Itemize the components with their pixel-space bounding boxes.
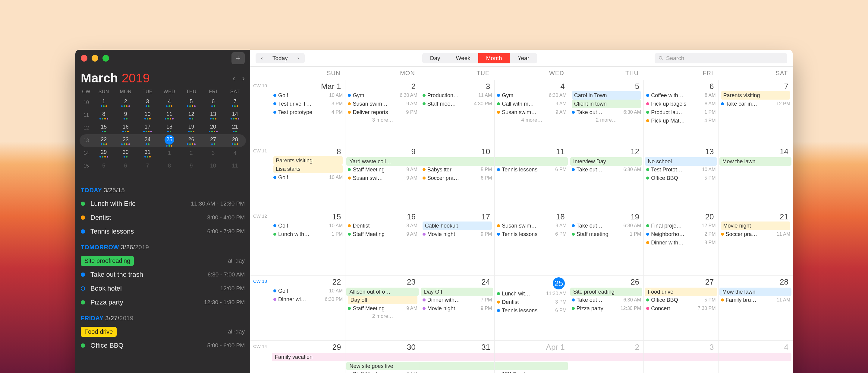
event[interactable]: Pick up bagels8 AM [646, 99, 715, 108]
allday-event[interactable]: Client in town [572, 99, 641, 108]
allday-event[interactable]: Lisa starts [273, 165, 343, 173]
agenda-item[interactable]: Pizza party12:30 - 1:30 PM [81, 295, 245, 309]
event[interactable]: Movie night9 PM [423, 304, 492, 313]
allday-event[interactable]: Parents visiting [273, 156, 343, 165]
event[interactable]: Take out…6:30 AM [572, 222, 641, 230]
mini-day[interactable]: 13 [202, 111, 224, 119]
agenda-item[interactable]: Book hotel12:00 PM [81, 282, 245, 295]
mini-day[interactable]: 4 [224, 150, 246, 157]
day-cell[interactable]: 31 [420, 341, 494, 373]
event[interactable]: Golf10 AM [273, 222, 343, 230]
view-segmented-control[interactable]: DayWeekMonthYear [422, 53, 537, 63]
day-cell[interactable]: 12Take out…6:30 AM [569, 145, 644, 210]
mini-day[interactable]: 25 [158, 135, 181, 147]
mini-day[interactable]: 3 [136, 98, 158, 107]
agenda-item[interactable]: Dentist3:00 - 4:00 PM [81, 211, 245, 225]
event[interactable]: Babysitter5 PM [423, 165, 492, 174]
view-day[interactable]: Day [422, 53, 448, 63]
day-cell[interactable]: 19Take out…6:30 AMStaff meeting1 PM [569, 210, 644, 275]
event[interactable]: Test prototype4 PM [273, 108, 343, 116]
event[interactable]: Movie night9 PM [423, 230, 492, 238]
event[interactable]: Concert7:30 PM [646, 304, 715, 313]
mini-day[interactable]: 9 [115, 111, 137, 119]
day-cell[interactable]: 22Golf10 AMDinner wi…6:30 PM [271, 276, 345, 340]
event[interactable]: Take out…6:30 AM [572, 296, 641, 304]
day-cell[interactable]: 4 [718, 341, 793, 373]
mini-day[interactable]: 20 [202, 124, 224, 132]
mini-day[interactable]: 16 [115, 124, 137, 132]
mini-day[interactable]: 15 [93, 124, 115, 132]
event[interactable]: Pizza party12:30 PM [572, 304, 641, 313]
day-cell[interactable]: 10Babysitter5 PMSoccer pra…6 PM [420, 145, 494, 210]
search-input[interactable]: Search [655, 53, 787, 63]
view-week[interactable]: Week [448, 53, 478, 63]
mini-day[interactable]: 5 [93, 163, 115, 170]
day-cell[interactable]: Apr 110K Fund… [494, 341, 569, 373]
minimize-window-button[interactable] [92, 55, 98, 62]
prev-month-button[interactable]: ‹ [232, 73, 235, 83]
event[interactable]: Pick up Mat…4 PM [646, 116, 715, 125]
next-month-button[interactable]: › [242, 73, 245, 83]
day-cell[interactable]: 5Carol in TownClient in townTake out…6:3… [569, 80, 644, 145]
mini-day[interactable]: 6 [202, 98, 224, 107]
event[interactable]: Staff meeting1 PM [572, 230, 641, 238]
mini-calendar[interactable]: CWSUNMONTUEWEDTHUFRISAT10123456711891011… [75, 87, 250, 176]
mini-day[interactable]: 29 [93, 149, 115, 157]
mini-day[interactable]: 8 [158, 163, 181, 170]
mini-day[interactable]: 4 [158, 98, 181, 107]
day-cell[interactable]: 3Production…11 AMStaff mee…4:30 PM [420, 80, 494, 145]
mini-day[interactable]: 27 [202, 136, 224, 145]
agenda-item[interactable]: Food driveall-day [81, 325, 245, 339]
agenda-item[interactable]: Tennis lessons6:00 - 7:30 PM [81, 225, 245, 238]
day-cell[interactable]: 23Day offStaff Meeting9 AM2 more… [345, 276, 420, 340]
day-cell[interactable]: 24Dinner with…7 PMMovie night9 PM [420, 276, 494, 340]
mini-day[interactable]: 8 [93, 111, 115, 119]
allday-event[interactable]: Day off [348, 296, 417, 304]
day-cell[interactable]: 8Parents visitingLisa startsGolf10 AM [271, 145, 345, 210]
event[interactable]: Product lau…1 PM [646, 108, 715, 116]
event[interactable]: Tennis lessons6 PM [497, 165, 566, 174]
event[interactable]: Soccer pra…6 PM [423, 174, 492, 182]
event[interactable]: 10K Fund… [497, 370, 566, 373]
event[interactable]: Office BBQ5 PM [646, 296, 715, 304]
event[interactable]: Call with m…9 AM [497, 99, 566, 108]
agenda-item[interactable]: Site proofreadingall-day [81, 254, 245, 268]
event[interactable]: Golf10 AM [273, 173, 343, 182]
more-events[interactable]: 2 more… [572, 117, 641, 123]
day-cell[interactable]: 6Coffee with…8 AMPick up bagels8 AMProdu… [644, 80, 718, 145]
event[interactable]: Test Protot…10 AM [646, 165, 715, 174]
mini-day[interactable]: 26 [180, 136, 202, 145]
day-cell[interactable]: 15Golf10 AMLunch with…1 PM [271, 210, 345, 275]
more-events[interactable]: 4 more… [497, 117, 566, 123]
mini-day[interactable]: 30 [115, 149, 137, 157]
day-cell[interactable]: 20Final proje…12 PMNeighborho…2 PMDinner… [644, 210, 718, 275]
event[interactable]: Dinner with…8 PM [646, 238, 715, 247]
event[interactable]: Golf10 AM [273, 91, 343, 99]
event[interactable]: Take out…6:30 AM [572, 165, 641, 174]
day-cell[interactable]: 29 [271, 341, 345, 373]
event[interactable]: Susan swim…9 AM [497, 108, 566, 116]
event[interactable]: Deliver reports9 PM [348, 108, 417, 116]
day-cell[interactable]: 21Movie nightSoccer pra…11 AM [718, 210, 793, 275]
fullscreen-window-button[interactable] [102, 55, 109, 62]
day-cell[interactable]: 2 [569, 341, 644, 373]
mini-day[interactable]: 11 [224, 163, 246, 170]
mini-day[interactable]: 21 [224, 124, 246, 132]
mini-day[interactable]: 12 [180, 111, 202, 119]
event[interactable]: Susan swim…9 AM [348, 99, 417, 108]
event[interactable]: Gym6:30 AM [348, 91, 417, 99]
event[interactable]: Neighborho…2 PM [646, 230, 715, 238]
event[interactable]: Take car in…12 PM [721, 99, 790, 108]
event[interactable]: Family bru…11 AM [721, 296, 790, 304]
mini-day[interactable]: 24 [136, 136, 158, 145]
event[interactable]: Office BBQ5 PM [646, 174, 715, 182]
day-cell[interactable]: 28Family bru…11 AM [718, 276, 793, 340]
event[interactable]: Gym6:30 AM [497, 91, 566, 99]
today-button[interactable]: Today [268, 53, 292, 63]
mini-day[interactable]: 9 [180, 163, 202, 170]
mini-day[interactable]: 5 [180, 98, 202, 107]
agenda-item[interactable]: Office BBQ5:00 - 6:00 PM [81, 339, 245, 352]
event[interactable]: Final proje…12 PM [646, 222, 715, 230]
day-cell[interactable]: 3 [644, 341, 718, 373]
mini-day[interactable]: 2 [180, 150, 202, 157]
